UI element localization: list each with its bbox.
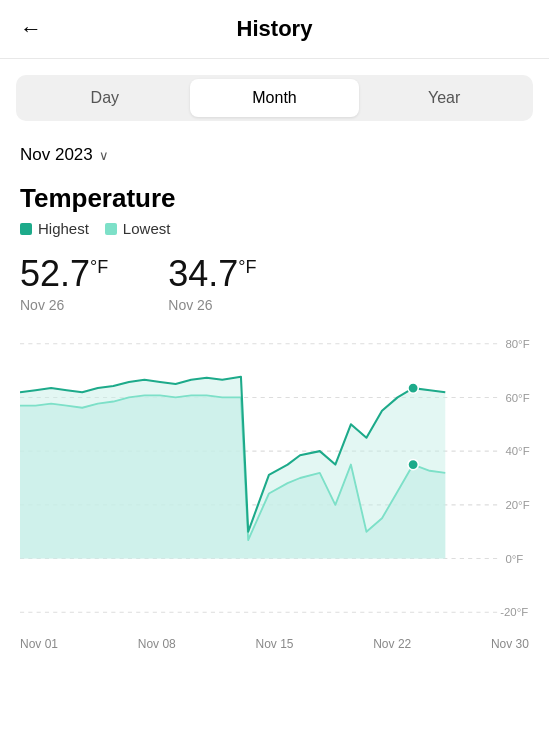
header: ← History bbox=[0, 0, 549, 59]
legend-highest: Highest bbox=[20, 220, 89, 237]
stat-highest-value: 52.7°F bbox=[20, 253, 108, 295]
month-selector-text: Nov 2023 bbox=[20, 145, 93, 165]
low-dot bbox=[408, 459, 418, 469]
high-dot bbox=[408, 383, 418, 393]
chevron-down-icon: ∨ bbox=[99, 148, 109, 163]
legend-highest-dot bbox=[20, 223, 32, 235]
svg-text:0°F: 0°F bbox=[505, 553, 523, 565]
x-label-nov30: Nov 30 bbox=[491, 637, 529, 651]
svg-text:40°F: 40°F bbox=[505, 445, 529, 457]
tab-year[interactable]: Year bbox=[359, 79, 529, 117]
svg-text:-20°F: -20°F bbox=[500, 606, 528, 618]
page-title: History bbox=[237, 16, 313, 42]
tab-day[interactable]: Day bbox=[20, 79, 190, 117]
x-axis-labels: Nov 01 Nov 08 Nov 15 Nov 22 Nov 30 bbox=[0, 633, 549, 655]
tab-month[interactable]: Month bbox=[190, 79, 360, 117]
back-button[interactable]: ← bbox=[20, 16, 42, 42]
svg-text:20°F: 20°F bbox=[505, 499, 529, 511]
legend-lowest-label: Lowest bbox=[123, 220, 171, 237]
tab-bar: Day Month Year bbox=[16, 75, 533, 121]
legend-row: Highest Lowest bbox=[0, 216, 549, 249]
section-title: Temperature bbox=[0, 169, 549, 216]
svg-marker-13 bbox=[20, 377, 445, 559]
legend-lowest-dot bbox=[105, 223, 117, 235]
chart-container: 80°F 60°F 40°F 20°F 0°F -20°F bbox=[20, 323, 549, 633]
temperature-chart: 80°F 60°F 40°F 20°F 0°F -20°F bbox=[20, 323, 549, 633]
x-label-nov22: Nov 22 bbox=[373, 637, 411, 651]
stat-highest-date: Nov 26 bbox=[20, 297, 108, 313]
svg-text:80°F: 80°F bbox=[505, 338, 529, 350]
x-label-nov01: Nov 01 bbox=[20, 637, 58, 651]
stat-highest: 52.7°F Nov 26 bbox=[20, 253, 108, 313]
x-label-nov15: Nov 15 bbox=[255, 637, 293, 651]
svg-text:60°F: 60°F bbox=[505, 392, 529, 404]
stats-row: 52.7°F Nov 26 34.7°F Nov 26 bbox=[0, 249, 549, 323]
stat-lowest-date: Nov 26 bbox=[168, 297, 256, 313]
stat-lowest: 34.7°F Nov 26 bbox=[168, 253, 256, 313]
legend-highest-label: Highest bbox=[38, 220, 89, 237]
month-selector[interactable]: Nov 2023 ∨ bbox=[0, 137, 549, 169]
stat-lowest-value: 34.7°F bbox=[168, 253, 256, 295]
x-label-nov08: Nov 08 bbox=[138, 637, 176, 651]
legend-lowest: Lowest bbox=[105, 220, 171, 237]
